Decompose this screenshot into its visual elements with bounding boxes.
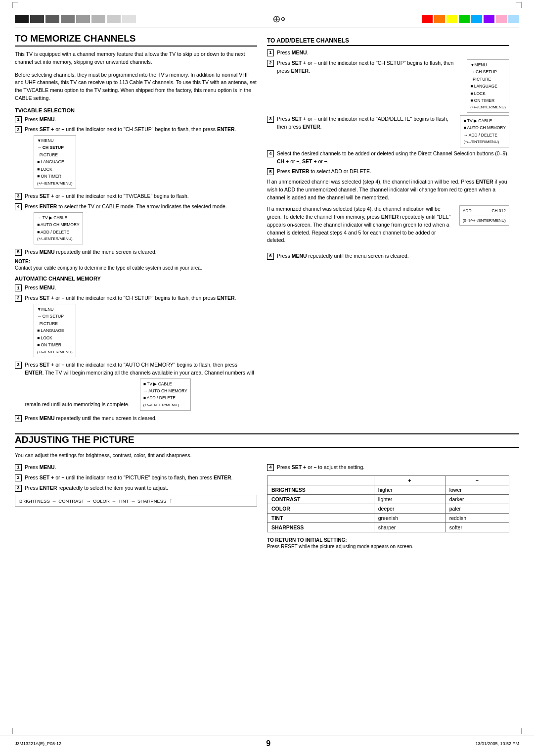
auto-ch-steps: 1 Press MENU. 2 Press SET + or – until t… [15,284,257,422]
note-block: NOTE: Contact your cable company to dete… [15,258,257,272]
tv-cable-step-4: 4 Press ENTER to select the TV or CABLE … [15,203,257,246]
add-step-num-4: 4 [267,150,274,157]
table-cell-color-plus: deeper [374,504,445,513]
memorize-title: TO MEMORIZE CHANNELS [15,33,257,47]
menu-diagram-add-1: ▼MENU → CH SETUP PICTURE ■ LANGUAGE ■ LO… [467,59,509,113]
auto-step-text-4: Press MENU repeatedly until the menu scr… [25,415,257,423]
add-step-5: 5 Press ENTER to select ADD or DELETE. [267,168,509,176]
picture-right: 4 Press SET + or – to adjust the setting… [267,464,509,554]
picture-two-col: 1 Press MENU. 2 Press SET + or – until t… [15,464,519,554]
bottom-corners [0,726,534,736]
tv-cable-title: TV/CABLE SELECTION [15,107,257,113]
step-text-1: Press MENU. [25,116,257,124]
footer-left: J3M13221A(E)_P08-12 [15,741,61,746]
auto-step-num-2: 2 [15,295,22,302]
crosshair-top: ⊕ [273,13,285,25]
menu-diagram-add-2: ■ TV ▶ CABLE ■ AUTO CH MEMORY → ADD / DE… [460,115,509,147]
add-para-2: If a memorized channel was selected (ste… [267,205,454,244]
pic-step-num-2: 2 [15,474,22,481]
spacer [0,554,534,574]
pic-step-text-4: Press SET + or – to adjust the setting. [277,464,509,472]
auto-ch-step-3: 3 Press SET + or – until the indicator n… [15,361,257,412]
add-ch-diagram: ADDCH 012 (0–9/+/–/ENTER/MENU) [459,205,509,226]
add-step-text-2: Press SET + or – until the indicator nex… [277,59,463,75]
right-column: TO ADD/DELETE CHANNELS 1 Press MENU. 2 P… [267,33,509,425]
flow-arrow-1: → [52,498,57,504]
memorize-intro1: This TV is equipped with a channel memor… [15,50,257,66]
add-step-num-1: 1 [267,49,274,56]
menu-diagram-tv-cable: → TV ▶ CABLE ■ AUTO CH MEMORY ■ ADD / DE… [34,212,83,244]
add-step-text-5: Press ENTER to select ADD or DELETE. [277,168,509,176]
main-content: TO MEMORIZE CHANNELS This TV is equipped… [0,28,534,429]
auto-ch-title: AUTOMATIC CHANNEL MEMORY [15,276,257,282]
flow-contrast: CONTRAST [58,498,84,504]
picture-title: ADJUSTING THE PICTURE [15,434,519,448]
color-blocks [422,15,519,23]
pic-step-num-3: 3 [15,485,22,492]
add-step-num-3: 3 [267,116,274,123]
auto-step-num-3: 3 [15,362,22,369]
step-num-4: 4 [15,203,22,210]
top-right-corner [516,2,522,8]
gray-block-5 [76,15,90,23]
table-cell-tint-plus: greenish [374,513,445,522]
table-cell-brightness-plus: higher [374,485,445,494]
step-text-5: Press MENU repeatedly until the menu scr… [25,248,257,256]
memorize-intro2: Before selecting channels, they must be … [15,71,257,102]
pic-step-text-1: Press MENU. [25,464,257,472]
flow-arrow-up: ↑ [170,497,173,504]
note-label: NOTE: [15,259,30,264]
auto-step-num-4: 4 [15,415,22,422]
table-cell-contrast-label: CONTRAST [267,494,374,504]
add-step-1: 1 Press MENU. [267,49,509,57]
gray-bar [15,15,136,23]
color-green [459,15,470,23]
add-step-2: 2 Press SET + or – until the indicator n… [267,59,509,113]
color-yellow [446,15,457,23]
flow-arrow-2: → [87,498,91,504]
add-delete-title: TO ADD/DELETE CHANNELS [267,37,509,46]
add-para-2-block: If a memorized channel was selected (ste… [267,205,509,249]
step-text-2: Press SET + or – until the indicator nex… [25,126,236,132]
footer-right: 13/01/2005, 10:52 PM [475,741,519,746]
bottom-right-corner [516,728,522,734]
color-light-blue [508,15,519,23]
pic-step-3: 3 Press ENTER repeatedly to select the i… [15,484,257,492]
pic-step-num-1: 1 [15,464,22,471]
menu-diagram-auto-2: ■ TV ▶ CABLE → AUTO CH MEMORY ■ ADD / DE… [140,378,191,411]
table-cell-sharpness-minus: softer [445,522,509,532]
gray-block-3 [45,15,59,23]
flow-sharpness: SHARPNESS [137,498,167,504]
add-step-num-5: 5 [267,168,274,175]
pic-step-text-2: Press SET + or – until the indicator nex… [25,474,257,482]
table-header-minus: – [445,475,509,485]
auto-step-num-1: 1 [15,284,22,291]
tv-cable-step-2: 2 Press SET + or – until the indicator n… [15,126,257,190]
tv-cable-steps: 1 Press MENU. 2 Press SET + or – until t… [15,116,257,256]
step-num-2: 2 [15,126,22,133]
add-step-text-6: Press MENU repeatedly until the menu scr… [277,252,509,260]
color-pink [496,15,507,23]
step-num-3: 3 [15,193,22,200]
table-cell-color-label: COLOR [267,504,374,513]
return-to-initial: TO RETURN TO INITIAL SETTING: Press RESE… [267,537,509,550]
gray-block-1 [15,15,29,23]
gray-block-6 [91,15,105,23]
color-purple [484,15,494,23]
add-para-1: If an unmemorized channel was selected (… [267,178,509,201]
table-cell-brightness-label: BRIGHTNESS [267,485,374,494]
table-row-contrast: CONTRAST lighter darker [267,494,509,504]
step-num-1: 1 [15,116,22,123]
bottom-left-corner [12,728,18,734]
add-step-6: 6 Press MENU repeatedly until the menu s… [267,252,509,260]
table-header-plus: + [374,475,445,485]
table-cell-color-minus: paler [445,504,509,513]
top-corners [0,0,534,10]
flow-color: COLOR [93,498,110,504]
note-text: Contact your cable company to determine … [15,264,257,272]
table-header-label [267,475,374,485]
return-text: Press RESET while the picture adjusting … [267,543,509,550]
add-step-text-1: Press MENU. [277,49,509,57]
flow-arrow-3: → [112,498,117,504]
add-delete-steps: 1 Press MENU. 2 Press SET + or – until t… [267,49,509,176]
